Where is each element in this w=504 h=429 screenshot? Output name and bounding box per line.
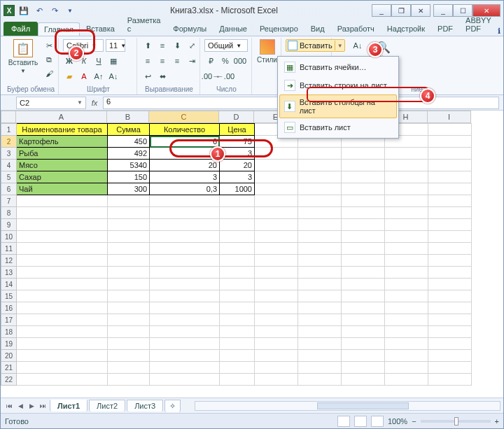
cell-F18[interactable] bbox=[298, 326, 342, 338]
cell-A18[interactable] bbox=[17, 326, 108, 338]
cell-C10[interactable] bbox=[150, 231, 220, 243]
cell-A16[interactable] bbox=[17, 302, 108, 314]
cell-B15[interactable] bbox=[108, 290, 150, 302]
row-header[interactable]: 2 bbox=[1, 136, 17, 148]
row-header[interactable]: 5 bbox=[1, 171, 17, 183]
cell-I11[interactable] bbox=[428, 243, 472, 255]
dec-decimal-icon[interactable]: ←.00 bbox=[219, 70, 232, 83]
cell-G20[interactable] bbox=[342, 350, 385, 362]
row-header[interactable]: 8 bbox=[1, 207, 17, 219]
cell-A9[interactable] bbox=[17, 219, 108, 231]
row-header[interactable]: 12 bbox=[1, 255, 17, 267]
cell-H16[interactable] bbox=[385, 302, 428, 314]
cell-B7[interactable] bbox=[108, 195, 150, 207]
col-header-B[interactable]: B bbox=[107, 111, 149, 123]
cell-D4[interactable]: 20 bbox=[220, 160, 255, 171]
cell-I14[interactable] bbox=[428, 279, 472, 290]
align-center-icon[interactable]: ≡ bbox=[156, 55, 169, 67]
cell-G18[interactable] bbox=[342, 326, 385, 338]
orientation-icon[interactable]: ⤢ bbox=[186, 39, 198, 52]
cell-F17[interactable] bbox=[298, 314, 342, 326]
tab-addins[interactable]: Надстройк bbox=[381, 22, 431, 36]
cell-C8[interactable] bbox=[150, 207, 220, 219]
cell-A15[interactable] bbox=[17, 290, 108, 302]
sort-icon[interactable]: A↓ bbox=[351, 39, 364, 52]
copy-icon[interactable]: ⧉ bbox=[43, 53, 55, 66]
col-header-C[interactable]: C bbox=[149, 111, 219, 123]
cell-B11[interactable] bbox=[108, 243, 150, 255]
fill-color-button[interactable]: ▰ bbox=[63, 70, 76, 83]
insert-split-button[interactable]: Вставить ▼ bbox=[286, 39, 345, 52]
cell-D20[interactable] bbox=[220, 350, 255, 362]
tab-review[interactable]: Рецензиро bbox=[253, 22, 304, 36]
comma-icon[interactable]: 000 bbox=[234, 55, 246, 67]
cell-F6[interactable] bbox=[298, 183, 342, 195]
tab-abbyy[interactable]: ABBYY PDF bbox=[459, 13, 498, 36]
doc-close-button[interactable]: ✕ bbox=[411, 4, 430, 17]
cell-F10[interactable] bbox=[298, 231, 342, 243]
doc-restore-button[interactable]: ❐ bbox=[391, 4, 411, 17]
row-header[interactable]: 6 bbox=[1, 183, 17, 195]
cell-B13[interactable] bbox=[108, 267, 150, 279]
cell-A22[interactable] bbox=[17, 374, 108, 386]
row-header[interactable]: 19 bbox=[1, 338, 17, 350]
cell-A17[interactable] bbox=[17, 314, 108, 326]
cell-D22[interactable] bbox=[220, 374, 255, 386]
cell-G13[interactable] bbox=[342, 267, 385, 279]
cell-I18[interactable] bbox=[428, 326, 472, 338]
cell-H13[interactable] bbox=[385, 267, 428, 279]
cell-E19[interactable] bbox=[255, 338, 298, 350]
name-box[interactable]: C2 ▼ bbox=[16, 97, 86, 109]
shrink-font-icon[interactable]: A↓ bbox=[107, 70, 120, 83]
cell-D17[interactable] bbox=[220, 314, 255, 326]
mi-insert-rows[interactable]: ➜ Вставить строки на лист bbox=[279, 76, 397, 94]
mi-insert-sheet[interactable]: ▭ Вставить лист bbox=[279, 118, 397, 136]
cell-I19[interactable] bbox=[428, 338, 472, 350]
cell-I9[interactable] bbox=[428, 219, 472, 231]
paste-button[interactable]: Вставить ▼ bbox=[6, 39, 40, 74]
cell-D1[interactable]: Цена bbox=[220, 124, 255, 136]
cell-E4[interactable] bbox=[255, 160, 298, 171]
zoom-slider[interactable] bbox=[421, 420, 491, 423]
cell-B3[interactable]: 492 bbox=[108, 148, 150, 160]
number-format-combo[interactable]: Общий▼ bbox=[204, 39, 248, 52]
cell-C9[interactable] bbox=[150, 219, 220, 231]
font-size-combo[interactable]: 11▼ bbox=[106, 39, 125, 52]
cell-H18[interactable] bbox=[385, 326, 428, 338]
sheet-nav-first[interactable]: ⏮ bbox=[4, 400, 15, 412]
align-top-icon[interactable]: ⬆ bbox=[141, 39, 154, 52]
cell-C15[interactable] bbox=[150, 290, 220, 302]
row-header[interactable]: 20 bbox=[1, 350, 17, 362]
cell-H8[interactable] bbox=[385, 207, 428, 219]
percent-icon[interactable]: % bbox=[219, 55, 232, 67]
cell-C7[interactable] bbox=[150, 195, 220, 207]
cell-G9[interactable] bbox=[342, 219, 385, 231]
cell-H19[interactable] bbox=[385, 338, 428, 350]
cell-B19[interactable] bbox=[108, 338, 150, 350]
cell-D11[interactable] bbox=[220, 243, 255, 255]
font-color-button[interactable]: A bbox=[78, 70, 90, 83]
cell-E22[interactable] bbox=[255, 374, 298, 386]
cell-I7[interactable] bbox=[428, 195, 472, 207]
cell-F19[interactable] bbox=[298, 338, 342, 350]
cell-D16[interactable] bbox=[220, 302, 255, 314]
qat-undo-icon[interactable]: ↶ bbox=[33, 4, 46, 17]
row-header[interactable]: 9 bbox=[1, 219, 17, 231]
row-header[interactable]: 21 bbox=[1, 362, 17, 374]
cell-I22[interactable] bbox=[428, 374, 472, 386]
wrap-text-icon[interactable]: ↩ bbox=[141, 70, 154, 83]
cell-C2[interactable]: 6 bbox=[150, 136, 220, 148]
cell-C21[interactable] bbox=[150, 362, 220, 374]
cell-G4[interactable] bbox=[342, 160, 385, 171]
cell-I4[interactable] bbox=[428, 160, 472, 171]
row-header[interactable]: 22 bbox=[1, 374, 17, 386]
cell-I16[interactable] bbox=[428, 302, 472, 314]
cell-I13[interactable] bbox=[428, 267, 472, 279]
cell-B21[interactable] bbox=[108, 362, 150, 374]
sheet-nav-next[interactable]: ▶ bbox=[26, 400, 37, 412]
cell-C6[interactable]: 0,3 bbox=[150, 183, 220, 195]
sheet-tab-3[interactable]: Лист3 bbox=[127, 400, 163, 412]
cell-B8[interactable] bbox=[108, 207, 150, 219]
cell-F9[interactable] bbox=[298, 219, 342, 231]
cell-B10[interactable] bbox=[108, 231, 150, 243]
